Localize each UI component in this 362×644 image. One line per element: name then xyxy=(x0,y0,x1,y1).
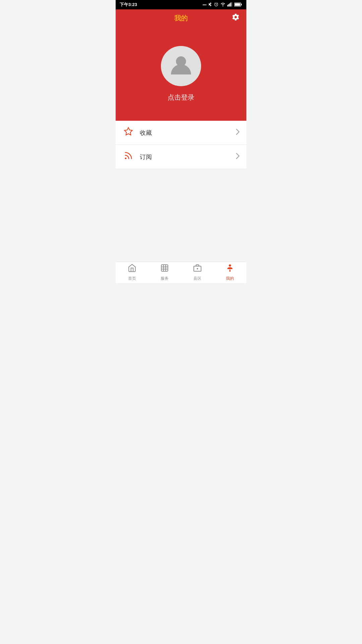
service-icon xyxy=(160,264,169,274)
settings-button[interactable] xyxy=(230,13,241,23)
svg-rect-4 xyxy=(231,2,231,6)
favorites-icon-wrap xyxy=(122,127,134,139)
tab-my-label: 我的 xyxy=(226,276,234,281)
svg-rect-3 xyxy=(229,3,230,7)
user-icon xyxy=(169,53,193,79)
svg-rect-1 xyxy=(227,5,228,7)
signal-dots-icon: ••• xyxy=(202,3,206,7)
svg-rect-8 xyxy=(241,4,242,5)
chevron-right-icon xyxy=(236,128,240,137)
chevron-right-icon-2 xyxy=(236,153,240,161)
profile-section: 点击登录 xyxy=(116,27,246,121)
favorites-label: 收藏 xyxy=(140,129,236,137)
tab-home[interactable]: 首页 xyxy=(116,262,148,283)
header: 我的 xyxy=(116,9,246,27)
svg-rect-5 xyxy=(232,2,232,7)
svg-marker-10 xyxy=(124,127,132,135)
status-time: 下午3:23 xyxy=(120,2,137,8)
svg-point-21 xyxy=(229,270,231,272)
subscriptions-menu-item[interactable]: 订阅 xyxy=(116,145,246,169)
subscriptions-icon-wrap xyxy=(122,151,134,163)
menu-list: 收藏 订阅 xyxy=(116,121,246,169)
svg-rect-7 xyxy=(235,3,240,6)
signal-bars-icon xyxy=(227,2,233,7)
bluetooth-icon xyxy=(208,2,212,7)
login-button[interactable]: 点击登录 xyxy=(168,93,194,102)
svg-rect-2 xyxy=(228,4,229,6)
rss-icon xyxy=(124,151,133,163)
svg-point-11 xyxy=(125,158,127,159)
status-bar: 下午3:23 ••• xyxy=(116,0,246,9)
tab-home-label: 首页 xyxy=(128,276,136,281)
district-icon xyxy=(193,264,202,274)
page-title: 我的 xyxy=(174,14,188,23)
status-icons: ••• xyxy=(202,2,242,7)
battery-icon xyxy=(234,2,242,7)
content-area xyxy=(116,169,246,264)
tab-my[interactable]: 我的 xyxy=(214,262,247,283)
avatar[interactable] xyxy=(161,46,201,86)
svg-point-20 xyxy=(229,264,231,267)
home-icon xyxy=(128,264,136,274)
subscriptions-label: 订阅 xyxy=(140,153,236,161)
alarm-icon xyxy=(214,2,219,7)
favorites-menu-item[interactable]: 收藏 xyxy=(116,121,246,145)
tab-service[interactable]: 服务 xyxy=(148,262,181,283)
star-icon xyxy=(124,127,133,139)
my-icon xyxy=(226,264,234,274)
tab-district-label: 县区 xyxy=(193,276,201,281)
tab-service-label: 服务 xyxy=(161,276,169,281)
tab-district[interactable]: 县区 xyxy=(181,262,214,283)
wifi-icon xyxy=(220,2,226,7)
tab-bar: 首页 服务 县区 xyxy=(116,262,246,283)
svg-rect-12 xyxy=(162,265,168,271)
gear-icon xyxy=(232,13,240,23)
